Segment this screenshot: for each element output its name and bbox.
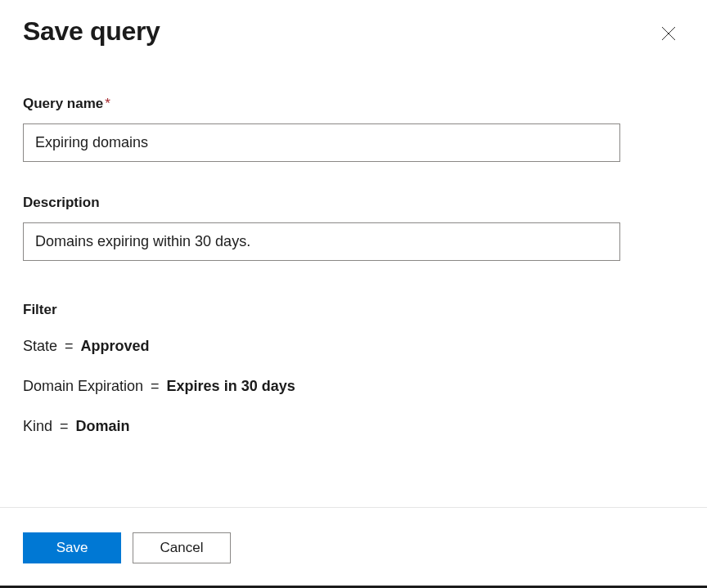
close-button[interactable]: [656, 21, 681, 46]
filter-field: State: [23, 338, 57, 354]
filter-equals: =: [146, 378, 164, 394]
query-name-group: Query name*: [23, 96, 684, 162]
close-icon: [661, 26, 676, 41]
required-asterisk: *: [105, 96, 110, 111]
query-name-label: Query name*: [23, 96, 684, 112]
filter-value: Expires in 30 days: [167, 378, 295, 394]
description-input[interactable]: [23, 222, 620, 261]
description-label: Description: [23, 195, 684, 211]
filter-row-kind: Kind = Domain: [23, 418, 684, 435]
save-query-dialog: Save query Query name* Description Filte…: [0, 0, 707, 588]
filter-equals: =: [61, 338, 78, 354]
filter-row-state: State = Approved: [23, 338, 684, 355]
filter-field: Kind: [23, 418, 52, 434]
filter-section: Filter State = Approved Domain Expiratio…: [23, 302, 684, 458]
description-group: Description: [23, 195, 684, 261]
save-button[interactable]: Save: [23, 532, 121, 563]
filter-value: Approved: [81, 338, 150, 354]
query-name-label-text: Query name: [23, 96, 103, 111]
filter-heading: Filter: [23, 302, 684, 318]
dialog-title: Save query: [23, 16, 160, 47]
filter-row-domain-expiration: Domain Expiration = Expires in 30 days: [23, 378, 684, 395]
cancel-button[interactable]: Cancel: [133, 532, 231, 563]
filter-value: Domain: [76, 418, 130, 434]
filter-field: Domain Expiration: [23, 378, 143, 394]
dialog-footer: Save Cancel: [0, 507, 707, 588]
query-name-input[interactable]: [23, 123, 620, 162]
filter-equals: =: [56, 418, 73, 434]
dialog-header: Save query: [23, 16, 684, 47]
